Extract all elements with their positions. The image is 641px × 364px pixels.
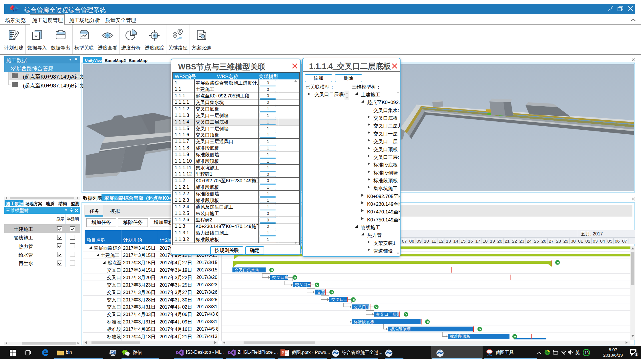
svg-text:交叉口集水坑: 交叉口集水坑	[234, 268, 260, 272]
svg-text:交叉口底:: 交叉口底:	[272, 275, 290, 280]
svg-text:交叉: 交叉	[317, 290, 325, 294]
svg-text:交叉口一: 交叉口一	[295, 282, 312, 287]
svg-text:交叉口三层通: 交叉口三层通	[376, 312, 401, 317]
svg-text:标准段顶板: 标准段顶板	[449, 334, 471, 339]
svg-text:2: 2	[636, 352, 638, 357]
svg-text:交叉口二: 交叉口二	[331, 297, 348, 302]
svg-text:13: 13	[585, 351, 589, 355]
svg-text:标准段侧墙: 标准段侧墙	[390, 327, 411, 331]
svg-text:交叉口顶: 交叉口顶	[354, 305, 371, 309]
svg-text:标准段底板: 标准段底板	[353, 319, 375, 324]
svg-text:P: P	[282, 351, 284, 355]
